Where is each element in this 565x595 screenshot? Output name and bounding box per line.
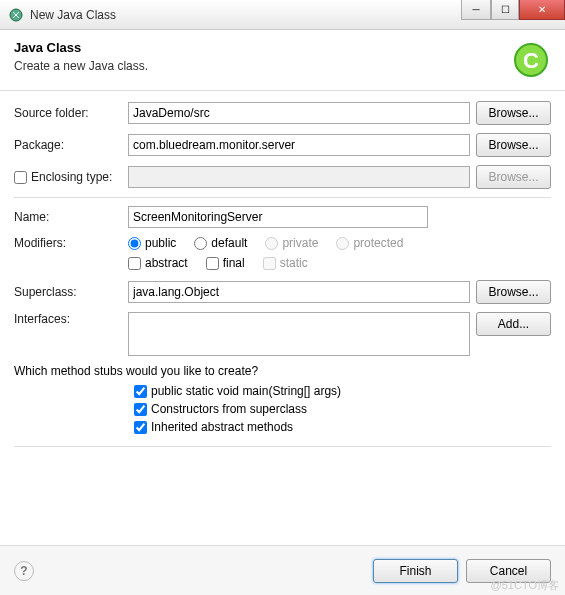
source-folder-label: Source folder: (14, 106, 122, 120)
svg-text:C: C (523, 48, 539, 73)
package-browse-button[interactable]: Browse... (476, 133, 551, 157)
enclosing-browse-button: Browse... (476, 165, 551, 189)
modifier-final[interactable]: final (206, 256, 245, 270)
maximize-button[interactable]: ☐ (491, 0, 519, 20)
package-label: Package: (14, 138, 122, 152)
modifiers-label: Modifiers: (14, 236, 122, 250)
source-folder-browse-button[interactable]: Browse... (476, 101, 551, 125)
class-icon: C (511, 40, 551, 80)
modifier-static: static (263, 256, 308, 270)
window-title: New Java Class (30, 8, 116, 22)
modifier-public[interactable]: public (128, 236, 176, 250)
footer: ? Finish Cancel (0, 545, 565, 595)
stub-main-checkbox[interactable]: public static void main(String[] args) (134, 384, 551, 398)
minimize-button[interactable]: ─ (461, 0, 491, 20)
modifier-private: private (265, 236, 318, 250)
source-folder-input[interactable] (128, 102, 470, 124)
modifier-default[interactable]: default (194, 236, 247, 250)
modifier-protected: protected (336, 236, 403, 250)
titlebar: New Java Class ─ ☐ ✕ (0, 0, 565, 30)
app-icon (8, 7, 24, 23)
stub-inherited-checkbox[interactable]: Inherited abstract methods (134, 420, 551, 434)
interfaces-list[interactable] (128, 312, 470, 356)
stub-constructors-checkbox[interactable]: Constructors from superclass (134, 402, 551, 416)
package-input[interactable] (128, 134, 470, 156)
enclosing-type-label: Enclosing type: (14, 170, 122, 184)
interfaces-label: Interfaces: (14, 312, 122, 326)
name-input[interactable] (128, 206, 428, 228)
header-subtitle: Create a new Java class. (14, 59, 148, 73)
modifier-abstract[interactable]: abstract (128, 256, 188, 270)
content-area: Source folder: Browse... Package: Browse… (0, 91, 565, 465)
superclass-label: Superclass: (14, 285, 122, 299)
superclass-browse-button[interactable]: Browse... (476, 280, 551, 304)
help-icon[interactable]: ? (14, 561, 34, 581)
separator (14, 197, 551, 198)
finish-button[interactable]: Finish (373, 559, 458, 583)
name-label: Name: (14, 210, 122, 224)
stubs-question: Which method stubs would you like to cre… (14, 364, 551, 378)
window-controls: ─ ☐ ✕ (461, 0, 565, 20)
dialog-header: Java Class Create a new Java class. C (0, 30, 565, 91)
header-title: Java Class (14, 40, 148, 55)
close-button[interactable]: ✕ (519, 0, 565, 20)
separator (14, 446, 551, 447)
superclass-input[interactable] (128, 281, 470, 303)
enclosing-type-checkbox[interactable] (14, 171, 27, 184)
watermark: @51CTO博客 (491, 578, 559, 593)
enclosing-type-input (128, 166, 470, 188)
interfaces-add-button[interactable]: Add... (476, 312, 551, 336)
